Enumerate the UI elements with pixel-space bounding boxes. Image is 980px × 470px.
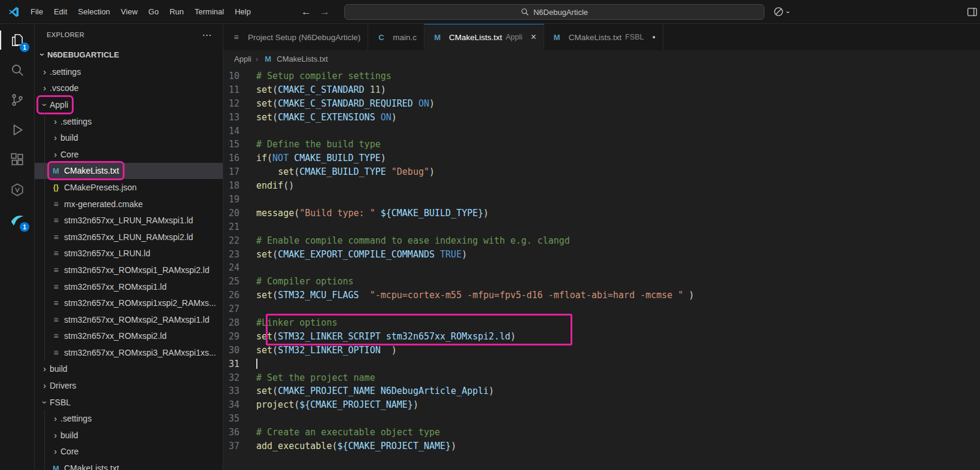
code-line-28[interactable]: 28#Linker options (223, 316, 980, 330)
code-line-23[interactable]: 23set(CMAKE_EXPORT_COMPILE_COMMANDS TRUE… (223, 248, 980, 262)
code-line-31[interactable]: 31 (223, 357, 980, 371)
code-line-17[interactable]: 17 set(CMAKE_BUILD_TYPE "Debug") (223, 165, 980, 179)
tab-cmakelists-txt-appli[interactable]: MCMakeLists.txtAppli× (424, 24, 544, 50)
chevron-down-icon[interactable]: ⌄ (785, 7, 791, 15)
forward-arrow-icon[interactable]: → (320, 6, 330, 18)
code-line-32[interactable]: 32# Set the project name (223, 371, 980, 385)
profile-icon[interactable] (773, 7, 784, 17)
code-line-13[interactable]: 13set(CMAKE_C_EXTENSIONS ON) (223, 111, 980, 125)
code-line-18[interactable]: 18endif() (223, 179, 980, 193)
menu-go[interactable]: Go (143, 5, 164, 19)
menu-view[interactable]: View (116, 5, 143, 19)
tree-item-stm32n657xx-romxspi3-ramxspi1xs[interactable]: ≡stm32n657xx_ROMxspi3_RAMxspi1xs... (35, 344, 223, 361)
tree-item-stm32n657xx-romxspi1xspi2-ramxs[interactable]: ≡stm32n657xx_ROMxspi1xspi2_RAMxs... (35, 295, 223, 311)
command-center-search[interactable]: N6DebugArticle (344, 4, 764, 20)
tree-item-mx-generated-cmake[interactable]: ≡mx-generated.cmake (35, 196, 223, 213)
line-number: 28 (223, 316, 256, 330)
code-line-12[interactable]: 12set(CMAKE_C_STANDARD_REQUIRED ON) (223, 97, 980, 111)
code-line-10[interactable]: 10# Setup compiler settings (223, 69, 980, 83)
tree-item-cmakelists-txt[interactable]: MCMakeLists.txt (35, 163, 223, 180)
tree-item-appli[interactable]: ›Appli (35, 96, 223, 113)
chevron-icon: › (50, 117, 60, 126)
tree-item-settings[interactable]: ›.settings (35, 63, 223, 80)
code-line-27[interactable]: 27 (223, 302, 980, 316)
line-number: 33 (223, 384, 256, 398)
more-actions-icon[interactable]: ⋯ (202, 29, 212, 41)
tree-item-stm32n657xx-lrun-ramxspi1-ld[interactable]: ≡stm32n657xx_LRUN_RAMxspi1.ld (35, 212, 223, 229)
tree-item-build[interactable]: ›build (35, 129, 223, 146)
tree-item-stm32n657xx-romxspi2-ld[interactable]: ≡stm32n657xx_ROMxspi2.ld (35, 328, 223, 345)
back-arrow-icon[interactable]: ← (301, 6, 311, 18)
tab-main-c[interactable]: Cmain.c (368, 24, 424, 50)
code-line-30[interactable]: 30set(STM32_LINKER_OPTION ) (223, 344, 980, 357)
tree-item-stm32n657xx-romxspi1-ramxspi2-ld[interactable]: ≡stm32n657xx_ROMxspi1_RAMxspi2.ld (35, 262, 223, 278)
tree-item-stm32n657xx-lrun-ramxspi2-ld[interactable]: ≡stm32n657xx_LRUN_RAMxspi2.ld (35, 229, 223, 245)
tree-item-cmakepresets-json[interactable]: {}CMakePresets.json (35, 179, 223, 196)
run-debug-icon[interactable] (0, 115, 34, 145)
code-line-16[interactable]: 16if(NOT CMAKE_BUILD_TYPE) (223, 151, 980, 165)
stm32cube-icon[interactable]: 1 (0, 205, 34, 235)
menu-edit[interactable]: Edit (48, 5, 72, 19)
project-root[interactable]: › N6DEBUGARTICLE (35, 46, 223, 63)
menu-run[interactable]: Run (164, 5, 189, 19)
code-line-25[interactable]: 25# Compiler options (223, 275, 980, 289)
tree-item-fsbl[interactable]: ›FSBL (35, 394, 223, 411)
explorer-icon[interactable]: 1 (0, 25, 34, 55)
code-line-21[interactable]: 21 (223, 220, 980, 234)
tab-label: main.c (393, 33, 417, 42)
indent-guide (44, 196, 45, 213)
tree-item-build[interactable]: ›build (35, 427, 223, 444)
tree-item-stm32n657xx-romxspi1-ld[interactable]: ≡stm32n657xx_ROMxspi1.ld (35, 278, 223, 295)
line-content (256, 357, 257, 371)
code-line-26[interactable]: 26set(STM32_MCU_FLAGS "-mcpu=cortex-m55 … (223, 289, 980, 302)
tab-cmakelists-txt-fsbl[interactable]: MCMakeLists.txtFSBL● (544, 24, 663, 50)
modified-dot-icon[interactable]: ● (653, 34, 656, 40)
code-line-33[interactable]: 33set(CMAKE_PROJECT_NAME N6DebugArticle_… (223, 384, 980, 398)
text-file-icon: ≡ (50, 282, 62, 292)
line-number: 21 (223, 220, 256, 234)
code-line-22[interactable]: 22# Enable compile command to ease index… (223, 234, 980, 248)
code-line-37[interactable]: 37add_executable(${CMAKE_PROJECT_NAME}) (223, 439, 980, 453)
indent-guide (44, 262, 45, 278)
breadcrumb-file[interactable]: CMakeLists.txt (277, 54, 327, 63)
tab-suffix: FSBL (625, 33, 644, 41)
tree-item-stm32n657xx-romxspi2-ramxspi1-ld[interactable]: ≡stm32n657xx_ROMxspi2_RAMxspi1.ld (35, 311, 223, 328)
tab-bar: ≡Project Setup (N6DebugArticle)Cmain.cMC… (223, 24, 980, 50)
tab-project-setup-n6debugarticle[interactable]: ≡Project Setup (N6DebugArticle) (223, 24, 368, 50)
tree-item-settings[interactable]: ›.settings (35, 113, 223, 130)
code-line-36[interactable]: 36# Create an executable object type (223, 426, 980, 439)
line-content: if(NOT CMAKE_BUILD_TYPE) (256, 151, 386, 165)
extensions-icon[interactable] (0, 145, 34, 175)
st-extension-icon[interactable] (0, 175, 34, 205)
code-line-19[interactable]: 19 (223, 193, 980, 207)
search-sidebar-icon[interactable] (0, 55, 34, 85)
tree-item-core[interactable]: ›Core (35, 444, 223, 460)
layout-panel-icon[interactable] (967, 0, 978, 23)
code-line-24[interactable]: 24 (223, 261, 980, 275)
tree-item-settings[interactable]: ›.settings (35, 410, 223, 427)
tree-item-drivers[interactable]: ›Drivers (35, 377, 223, 394)
menu-terminal[interactable]: Terminal (189, 5, 229, 19)
indent-guide (44, 146, 45, 163)
code-line-14[interactable]: 14 (223, 125, 980, 138)
source-control-icon[interactable] (0, 85, 34, 115)
code-line-11[interactable]: 11set(CMAKE_C_STANDARD 11) (223, 83, 980, 97)
tree-item-stm32n657xx-lrun-ld[interactable]: ≡stm32n657xx_LRUN.ld (35, 245, 223, 262)
line-number: 30 (223, 344, 256, 357)
code-line-35[interactable]: 35 (223, 412, 980, 426)
tree-item-build[interactable]: ›build (35, 361, 223, 378)
tree-item-vscode[interactable]: ›.vscode (35, 80, 223, 97)
menu-file[interactable]: File (25, 5, 48, 19)
breadcrumb-folder[interactable]: Appli (234, 54, 251, 63)
code-line-34[interactable]: 34project(${CMAKE_PROJECT_NAME}) (223, 398, 980, 412)
code-line-15[interactable]: 15# Define the build type (223, 138, 980, 151)
tree-item-label: stm32n657xx_LRUN.ld (64, 248, 150, 258)
code-line-29[interactable]: 29set(STM32_LINKER_SCRIPT stm32n657xx_RO… (223, 330, 980, 344)
menu-selection[interactable]: Selection (72, 5, 115, 19)
line-number: 35 (223, 412, 256, 426)
close-icon[interactable]: × (530, 32, 536, 42)
code-line-20[interactable]: 20message("Build type: " ${CMAKE_BUILD_T… (223, 207, 980, 220)
menu-help[interactable]: Help (229, 5, 256, 19)
tree-item-core[interactable]: ›Core (35, 146, 223, 163)
tree-item-cmakelists-txt[interactable]: MCMakeLists.txt (35, 460, 223, 470)
